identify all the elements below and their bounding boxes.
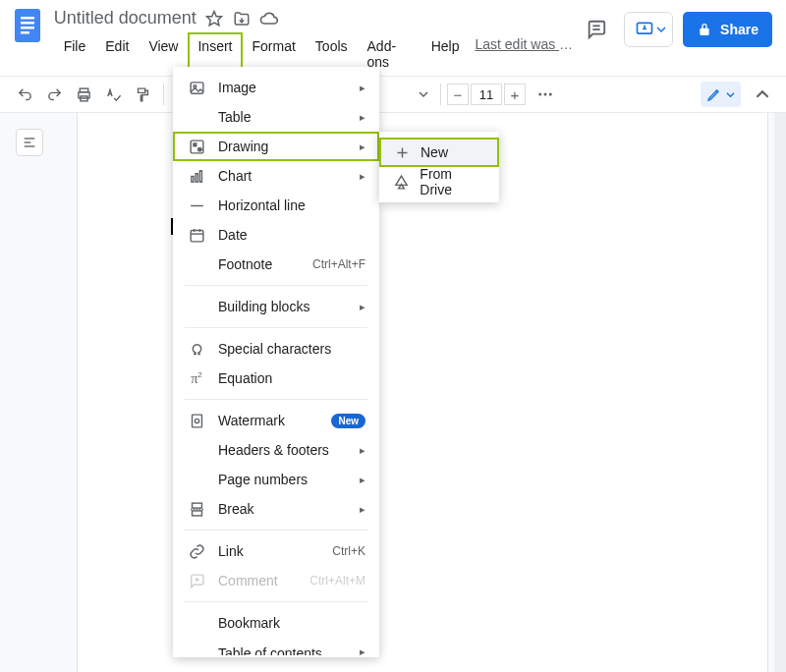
font-dropdown-arrow[interactable] bbox=[419, 89, 428, 99]
font-size-increase[interactable]: + bbox=[504, 84, 526, 105]
insert-special-characters[interactable]: Special characters bbox=[173, 334, 379, 364]
insert-horizontal-line[interactable]: Horizontal line bbox=[173, 191, 379, 220]
header-actions: Share bbox=[579, 6, 772, 47]
toolbar-separator bbox=[163, 84, 164, 105]
blank-icon bbox=[187, 470, 206, 489]
insert-comment: CommentCtrl+Alt+M bbox=[173, 566, 379, 595]
menu-divider bbox=[185, 399, 367, 400]
submenu-arrow-icon: ▸ bbox=[360, 140, 365, 153]
blank-icon bbox=[187, 297, 206, 316]
insert-equation[interactable]: π2Equation bbox=[173, 364, 379, 393]
menu-item-label: Date bbox=[218, 227, 365, 243]
chevron-down-icon bbox=[726, 90, 735, 99]
insert-building-blocks[interactable]: Building blocks▸ bbox=[173, 292, 379, 321]
document-outline-button[interactable] bbox=[16, 129, 43, 156]
svg-point-12 bbox=[538, 93, 541, 96]
menu-item-label: Building blocks bbox=[218, 299, 354, 314]
insert-table-of-contents[interactable]: Table of contents▸ bbox=[173, 638, 379, 657]
paint-format-button[interactable] bbox=[129, 81, 156, 108]
svg-rect-33 bbox=[192, 503, 201, 508]
insert-headers-footers[interactable]: Headers & footers▸ bbox=[173, 435, 379, 465]
menu-item-label: Headers & footers bbox=[218, 442, 354, 458]
menu-item-label: Comment bbox=[218, 573, 309, 588]
submenu-arrow-icon: ▸ bbox=[360, 170, 365, 183]
menu-item-label: Table bbox=[218, 109, 354, 125]
insert-chart[interactable]: Chart▸ bbox=[173, 161, 379, 191]
document-title[interactable]: Untitled document bbox=[54, 8, 196, 28]
editing-mode-button[interactable] bbox=[701, 82, 741, 107]
submenu-arrow-icon: ▸ bbox=[360, 474, 365, 486]
more-tools-button[interactable] bbox=[532, 81, 559, 108]
insert-image[interactable]: Image▸ bbox=[173, 73, 379, 102]
menu-divider bbox=[185, 601, 367, 602]
insert-drawing[interactable]: Drawing▸ bbox=[173, 132, 379, 161]
submenu-arrow-icon: ▸ bbox=[360, 503, 365, 516]
break-icon bbox=[187, 499, 206, 519]
collapse-toolbar-button[interactable] bbox=[749, 81, 776, 108]
blank-icon bbox=[187, 645, 206, 657]
svg-rect-2 bbox=[21, 22, 34, 25]
svg-point-32 bbox=[195, 419, 198, 422]
image-icon bbox=[187, 78, 206, 97]
share-label: Share bbox=[720, 22, 758, 37]
svg-rect-3 bbox=[21, 27, 34, 29]
open-comments-button[interactable] bbox=[579, 12, 614, 47]
docs-logo[interactable] bbox=[14, 6, 42, 45]
link-icon bbox=[187, 541, 206, 561]
last-edit-link[interactable]: Last edit was 10… bbox=[469, 32, 579, 76]
insert-bookmark[interactable]: Bookmark bbox=[173, 608, 379, 638]
menu-edit[interactable]: Edit bbox=[95, 32, 139, 76]
drawing-new[interactable]: New bbox=[379, 138, 499, 167]
svg-rect-0 bbox=[15, 9, 40, 42]
svg-point-14 bbox=[549, 93, 552, 96]
insert-date[interactable]: Date bbox=[173, 220, 379, 250]
present-button[interactable] bbox=[624, 12, 673, 47]
svg-rect-27 bbox=[191, 230, 203, 241]
svg-point-13 bbox=[544, 93, 547, 96]
font-size-value[interactable]: 11 bbox=[471, 84, 502, 105]
menu-item-label: Watermark bbox=[218, 413, 331, 428]
menu-item-label: Horizontal line bbox=[218, 197, 365, 213]
share-button[interactable]: Share bbox=[683, 12, 772, 47]
drawing-submenu: NewFrom Drive bbox=[379, 132, 499, 202]
chevron-down-icon bbox=[656, 25, 666, 34]
menu-item-label: Link bbox=[218, 543, 332, 559]
star-icon[interactable] bbox=[204, 9, 224, 28]
comment-icon bbox=[187, 571, 206, 590]
date-icon bbox=[187, 225, 206, 245]
omega-icon bbox=[187, 339, 206, 359]
redo-button[interactable] bbox=[40, 81, 68, 108]
menu-item-label: Special characters bbox=[218, 341, 365, 357]
insert-link[interactable]: LinkCtrl+K bbox=[173, 536, 379, 566]
svg-point-22 bbox=[196, 146, 201, 151]
insert-break[interactable]: Break▸ bbox=[173, 494, 379, 524]
cloud-status-icon[interactable] bbox=[259, 9, 279, 28]
spellcheck-button[interactable] bbox=[99, 81, 127, 108]
menu-item-label: Bookmark bbox=[218, 615, 365, 631]
insert-watermark[interactable]: WatermarkNew bbox=[173, 406, 379, 435]
chart-icon bbox=[187, 166, 206, 186]
font-size-decrease[interactable]: − bbox=[447, 84, 469, 105]
svg-rect-18 bbox=[191, 82, 203, 92]
menu-item-label: Equation bbox=[218, 370, 365, 386]
menu-item-label: Table of contents bbox=[218, 645, 354, 657]
menu-divider bbox=[185, 285, 367, 286]
menu-file[interactable]: File bbox=[54, 32, 96, 76]
svg-rect-25 bbox=[199, 170, 201, 181]
print-button[interactable] bbox=[70, 81, 97, 108]
menu-item-label: Footnote bbox=[218, 256, 312, 272]
insert-footnote[interactable]: FootnoteCtrl+Alt+F bbox=[173, 250, 379, 279]
watermark-icon bbox=[187, 411, 206, 430]
blank-icon bbox=[187, 254, 206, 274]
menu-help[interactable]: Help bbox=[421, 32, 470, 76]
insert-page-numbers[interactable]: Page numbers▸ bbox=[173, 465, 379, 494]
shortcut-label: Ctrl+K bbox=[332, 544, 365, 558]
toolbar: − 11 + bbox=[0, 76, 786, 113]
pencil-icon bbox=[706, 86, 722, 102]
undo-button[interactable] bbox=[11, 81, 38, 108]
drawing-from-drive[interactable]: From Drive bbox=[379, 167, 499, 196]
insert-table[interactable]: Table▸ bbox=[173, 102, 379, 132]
svg-rect-1 bbox=[21, 17, 34, 20]
svg-rect-24 bbox=[196, 173, 197, 182]
move-icon[interactable] bbox=[232, 9, 252, 28]
